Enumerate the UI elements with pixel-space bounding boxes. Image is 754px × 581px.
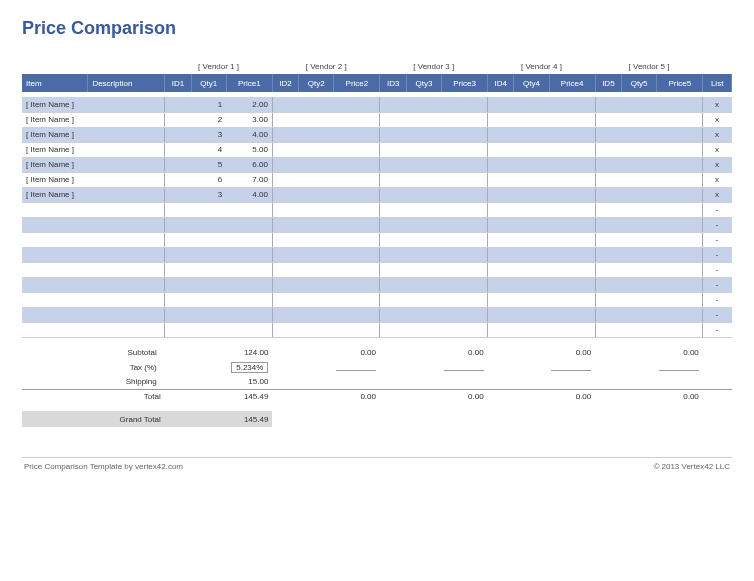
cell-qty [191,307,226,322]
cell-description [88,247,165,262]
table-row[interactable]: [ Item Name ]45.00x [22,142,732,157]
shipping-value [441,375,487,389]
cell-price [441,172,487,187]
header-row: ItemDescriptionID1Qty1Price1ID2Qty2Price… [22,74,732,92]
table-row[interactable]: [ Item Name ]23.00x [22,112,732,127]
cell-id [380,157,406,172]
tax-input[interactable] [659,361,699,371]
cell-item [22,232,88,247]
cell-qty [191,232,226,247]
cell-qty [406,277,441,292]
cell-price [549,112,595,127]
cell-id [272,142,298,157]
cell-list: - [703,262,732,277]
tax-input[interactable] [551,361,591,371]
cell-qty [622,172,657,187]
cell-qty [622,127,657,142]
cell-id [272,292,298,307]
table-row[interactable]: - [22,247,732,262]
cell-list: x [703,172,732,187]
table-row[interactable]: - [22,307,732,322]
cell-price [441,127,487,142]
cell-id [488,172,514,187]
cell-price [549,172,595,187]
cell-price [657,187,703,202]
table-row[interactable]: - [22,202,732,217]
cell-price: 7.00 [226,172,272,187]
cell-qty [514,157,549,172]
cell-qty [514,172,549,187]
tax-input[interactable] [444,361,484,371]
cell-qty [299,172,334,187]
col-id: ID1 [165,74,191,92]
cell-qty [406,292,441,307]
table-row[interactable]: [ Item Name ]67.00x [22,172,732,187]
cell-price [549,157,595,172]
cell-id [595,97,621,112]
cell-id [380,112,406,127]
cell-price [549,307,595,322]
cell-qty [406,112,441,127]
cell-id [595,307,621,322]
cell-price [334,277,380,292]
cell-price [549,97,595,112]
cell-id [488,307,514,322]
cell-list: - [703,247,732,262]
cell-id [272,97,298,112]
cell-price [226,232,272,247]
cell-qty: 3 [191,187,226,202]
cell-price [549,292,595,307]
cell-qty [622,217,657,232]
cell-qty [622,307,657,322]
total-label: Total [22,389,165,403]
shipping-value: 15.00 [226,375,272,389]
cell-qty [514,232,549,247]
table-row[interactable]: - [22,292,732,307]
cell-price [549,247,595,262]
cell-id [595,172,621,187]
table-row[interactable]: [ Item Name ]34.00x [22,127,732,142]
tax-input[interactable]: 5.234% [231,362,268,373]
cell-item: [ Item Name ] [22,97,88,112]
table-row[interactable]: - [22,232,732,247]
cell-qty [191,202,226,217]
table-row[interactable]: - [22,322,732,337]
cell-id [380,172,406,187]
cell-qty [622,112,657,127]
table-row[interactable]: - [22,262,732,277]
cell-id [595,292,621,307]
cell-price [441,157,487,172]
table-row[interactable]: [ Item Name ]34.00x [22,187,732,202]
table-row[interactable]: - [22,277,732,292]
cell-price [441,232,487,247]
subtotal-value: 124.00 [226,345,272,359]
col-qty: Qty3 [406,74,441,92]
cell-list: - [703,277,732,292]
cell-price [334,142,380,157]
subtotal-value: 0.00 [441,345,487,359]
cell-qty [299,232,334,247]
cell-item: [ Item Name ] [22,157,88,172]
cell-qty [622,187,657,202]
table-row[interactable]: - [22,217,732,232]
cell-id [595,187,621,202]
total-value: 0.00 [334,389,380,403]
cell-price [441,202,487,217]
cell-price [549,277,595,292]
cell-id [165,112,191,127]
cell-price [549,142,595,157]
cell-qty [406,172,441,187]
cell-id [488,262,514,277]
cell-qty [191,217,226,232]
cell-qty [514,202,549,217]
cell-id [488,142,514,157]
vendor-label: [ Vendor 4 ] [488,59,596,74]
subtotal-label: Subtotal [22,345,165,359]
table-row[interactable]: [ Item Name ]12.00x [22,97,732,112]
cell-description [88,112,165,127]
cell-qty [514,112,549,127]
tax-input[interactable] [336,361,376,371]
cell-price [334,97,380,112]
cell-id [380,187,406,202]
table-row[interactable]: [ Item Name ]56.00x [22,157,732,172]
